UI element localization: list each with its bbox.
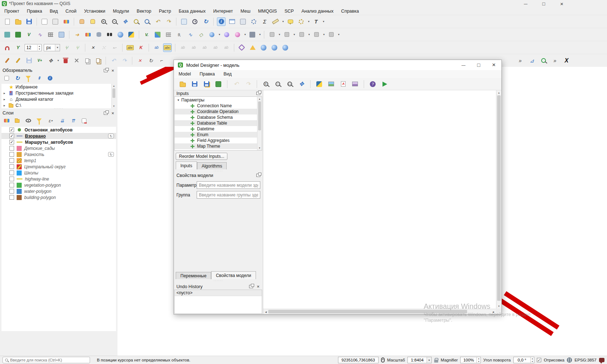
menu-project[interactable]: Проект xyxy=(4,9,19,14)
toolbar-overflow-right-icon[interactable] xyxy=(551,56,559,65)
model-zoom-actual-icon[interactable] xyxy=(285,80,294,88)
data-plot-tool-icon[interactable] xyxy=(527,56,536,65)
add-postgis-layer-icon[interactable] xyxy=(186,30,195,39)
browser-item-home[interactable]: Домашний каталог xyxy=(1,96,116,102)
save-model-as-icon[interactable] xyxy=(202,80,211,88)
layer-row-temp1[interactable]: temp1 xyxy=(1,157,116,164)
snap-tolerance-input[interactable] xyxy=(25,45,37,50)
scroll-up-icon[interactable] xyxy=(257,97,262,101)
layer-row-central-district[interactable]: Центральный округ xyxy=(1,164,116,170)
save-model-icon[interactable] xyxy=(190,80,199,88)
add-feature-icon[interactable] xyxy=(35,56,44,65)
pg4-dropdown-icon[interactable] xyxy=(323,33,325,36)
menu-mesh[interactable]: Меш xyxy=(240,9,251,14)
export-as-image-icon[interactable] xyxy=(327,80,335,88)
dialog-close-button[interactable] xyxy=(486,60,501,70)
save-layer-edits-icon[interactable] xyxy=(25,56,33,65)
undo-close-icon[interactable] xyxy=(256,285,260,289)
browser-refresh-icon[interactable] xyxy=(14,74,21,82)
layout-manager-icon[interactable] xyxy=(51,17,60,26)
web-globe-1-icon[interactable] xyxy=(259,43,268,52)
model-zoom-out-icon[interactable] xyxy=(273,80,282,88)
layers-panel-header[interactable]: Слои xyxy=(0,110,117,116)
layer-checkbox[interactable] xyxy=(9,183,14,187)
menu-raster[interactable]: Растр xyxy=(159,9,171,14)
scroll-up-icon[interactable] xyxy=(112,84,116,88)
processing-group-3-icon[interactable] xyxy=(297,30,306,39)
open-layer-styling-icon[interactable] xyxy=(3,117,10,124)
close-x-tool-icon[interactable] xyxy=(562,56,571,65)
osm-place-search-icon[interactable] xyxy=(105,30,114,39)
search-input[interactable] xyxy=(10,358,87,362)
minimize-button[interactable] xyxy=(521,0,530,7)
expander-icon[interactable] xyxy=(4,104,7,107)
measure-dropdown-icon[interactable] xyxy=(282,20,284,23)
model-zoom-full-icon[interactable] xyxy=(297,80,306,88)
annotation-dropdown-icon[interactable] xyxy=(323,20,324,23)
color-tools-icon[interactable] xyxy=(84,30,92,39)
layer-checkbox[interactable] xyxy=(9,170,14,175)
dialog-menu-model[interactable]: Model xyxy=(179,72,191,77)
text-annotation-icon[interactable] xyxy=(312,17,320,26)
layer-checkbox[interactable] xyxy=(9,195,14,200)
input-enum[interactable]: Enum xyxy=(175,132,262,138)
merge-features-icon[interactable] xyxy=(89,43,97,52)
scroll-up-icon[interactable] xyxy=(496,90,501,95)
scroll-down-icon[interactable] xyxy=(257,146,262,150)
metasearch-icon[interactable] xyxy=(116,30,125,39)
add-group-icon[interactable] xyxy=(14,117,21,124)
dialog-minimize-button[interactable] xyxy=(456,60,471,70)
dialog-maximize-button[interactable] xyxy=(471,60,486,70)
refresh-map-icon[interactable] xyxy=(201,17,210,26)
zoom-in-icon[interactable] xyxy=(99,17,108,26)
layer-row-water-polygon[interactable]: water-polygon xyxy=(1,188,116,194)
menu-vector[interactable]: Вектор xyxy=(137,9,151,14)
snap-tolerance-spin[interactable] xyxy=(25,44,42,51)
pg2-dropdown-icon[interactable] xyxy=(294,33,295,36)
processing-group-5-icon[interactable] xyxy=(327,30,335,39)
delete-selected-icon[interactable] xyxy=(61,56,70,65)
project-save-icon[interactable] xyxy=(25,17,33,26)
browser-item-spatial-bookmarks[interactable]: Пространственные закладки xyxy=(1,90,116,96)
model-help-icon[interactable] xyxy=(368,80,377,88)
snap-unit-combo[interactable]: px xyxy=(44,44,60,51)
field-calculator-icon[interactable] xyxy=(239,17,247,26)
model-zoom-in-icon[interactable] xyxy=(261,80,270,88)
add-wfs-layer-icon[interactable] xyxy=(233,30,242,39)
browser-undock-icon[interactable] xyxy=(104,69,108,72)
add-wcs-layer-icon[interactable] xyxy=(222,30,231,39)
scroll-thumb[interactable] xyxy=(268,310,467,313)
label-show-hide-icon[interactable] xyxy=(211,43,220,52)
add-delimited-text-layer-icon[interactable] xyxy=(175,30,184,39)
geometry-checker-icon[interactable] xyxy=(248,43,257,52)
input-datetime[interactable]: Datetime xyxy=(175,126,262,132)
input-map-theme[interactable]: Map Theme xyxy=(175,143,262,149)
statistical-summary-icon[interactable] xyxy=(260,17,269,26)
reshape-features-icon[interactable] xyxy=(110,43,119,52)
scale-input[interactable] xyxy=(408,358,427,362)
model-canvas[interactable] xyxy=(263,90,501,314)
snapping-magnet-icon[interactable] xyxy=(3,43,12,52)
browser-collapse-all-icon[interactable] xyxy=(35,74,43,82)
scroll-left-icon[interactable] xyxy=(263,309,268,315)
add-virtual-layer-icon[interactable] xyxy=(197,30,205,39)
pg5-dropdown-icon[interactable] xyxy=(338,33,339,36)
pg1-dropdown-icon[interactable] xyxy=(279,33,280,36)
layer-row-schools[interactable]: Школы xyxy=(1,170,116,176)
new-shape-polygon-icon[interactable] xyxy=(238,43,246,52)
processing-chip-icon[interactable] xyxy=(248,30,257,39)
add-raster-layer-icon[interactable] xyxy=(153,30,162,39)
layer-row-vegetation-polygon[interactable]: vegetation-polygon xyxy=(1,182,116,188)
spin-up-icon[interactable] xyxy=(38,45,41,48)
locator-search[interactable] xyxy=(3,357,90,363)
georeferencer-icon[interactable] xyxy=(57,30,66,39)
trim-extend-icon[interactable] xyxy=(157,56,166,65)
dock-splitter[interactable] xyxy=(0,108,117,109)
select-dropdown-icon[interactable] xyxy=(308,20,309,23)
label-pin-icon[interactable] xyxy=(152,43,161,52)
rotation-input[interactable] xyxy=(514,358,530,362)
coordinates-input[interactable] xyxy=(338,357,379,363)
current-edits-icon[interactable] xyxy=(3,56,12,65)
toolbar-overflow-left-icon[interactable] xyxy=(516,56,525,65)
panel-splitter[interactable] xyxy=(174,280,263,282)
